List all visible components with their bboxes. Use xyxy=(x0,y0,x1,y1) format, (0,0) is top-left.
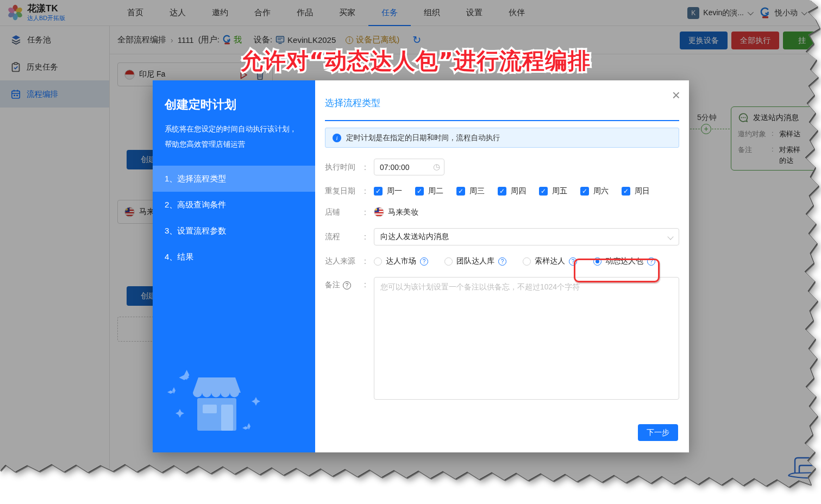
radio-unselected-icon[interactable] xyxy=(374,257,382,266)
radio-unselected-icon[interactable] xyxy=(444,257,453,266)
day-label: 周四 xyxy=(511,186,526,196)
repeat-days-row: 重复日期 : 周一 周二 周三 周四 周五 周六 周日 xyxy=(325,186,679,196)
info-icon xyxy=(333,134,341,142)
remark-label-wrap: 备注 xyxy=(325,277,364,290)
checkbox-checked-icon[interactable] xyxy=(374,187,383,196)
day-monday[interactable]: 周一 xyxy=(374,186,402,196)
panel-title: 选择流程类型 xyxy=(325,80,679,121)
checkbox-checked-icon[interactable] xyxy=(415,187,424,196)
checkbox-checked-icon[interactable] xyxy=(456,187,465,196)
day-label: 周五 xyxy=(552,186,567,196)
step-result[interactable]: 4、结果 xyxy=(153,244,315,270)
info-banner: 定时计划是在指定的日期和时间，流程自动执行 xyxy=(325,128,679,148)
day-wednesday[interactable]: 周三 xyxy=(456,186,485,196)
close-icon[interactable] xyxy=(672,88,680,102)
help-icon[interactable] xyxy=(498,257,506,266)
desc-line1: 系统将在您设定的时间自动执行该计划， xyxy=(165,125,297,133)
shop-row: 店铺 : xyxy=(325,207,679,217)
day-label: 周三 xyxy=(469,186,485,196)
source-creator-market[interactable]: 达人市场 xyxy=(374,256,428,266)
step-flow-params[interactable]: 3、设置流程参数 xyxy=(153,218,315,244)
day-checkbox-group: 周一 周二 周三 周四 周五 周六 周日 xyxy=(374,186,650,196)
source-option-label: 团队达人库 xyxy=(456,256,494,266)
help-icon[interactable] xyxy=(647,257,655,266)
source-label: 达人来源 xyxy=(325,256,364,266)
shop-name: 马来美妆 xyxy=(388,207,418,217)
exec-time-label: 执行时间 xyxy=(325,162,364,172)
source-sample-creators[interactable]: 索样达人 xyxy=(523,256,577,266)
help-icon[interactable] xyxy=(569,257,577,266)
desc-line2: 帮助您高效管理店铺运营 xyxy=(165,140,246,148)
flow-row: 流程 : 向达人发送站内消息 xyxy=(325,228,679,245)
flow-select-value: 向达人发送站内消息 xyxy=(380,232,449,242)
checkbox-checked-icon[interactable] xyxy=(580,187,589,196)
create-schedule-modal: 创建定时计划 系统将在您设定的时间自动执行该计划， 帮助您高效管理店铺运营 1、… xyxy=(153,80,689,452)
radio-unselected-icon[interactable] xyxy=(523,257,531,266)
info-text: 定时计划是在指定的日期和时间，流程自动执行 xyxy=(346,133,500,143)
shop-label: 店铺 xyxy=(325,207,364,217)
chevron-down-icon xyxy=(667,234,673,240)
source-option-label: 索样达人 xyxy=(535,256,565,266)
checkbox-checked-icon[interactable] xyxy=(539,187,548,196)
day-tuesday[interactable]: 周二 xyxy=(415,186,443,196)
day-label: 周日 xyxy=(635,186,650,196)
app-window: 花漾TK 达人BD开拓版 首页 达人 邀约 合作 作品 买家 任务 组织 设置 … xyxy=(0,0,821,504)
remark-row: 备注 : xyxy=(325,277,679,400)
wizard-steps: 1、选择流程类型 2、高级查询条件 3、设置流程参数 4、结果 xyxy=(153,166,315,270)
modal-description: 系统将在您设定的时间自动执行该计划， 帮助您高效管理店铺运营 xyxy=(153,113,315,152)
remark-label: 备注 xyxy=(325,280,340,290)
day-label: 周六 xyxy=(593,186,609,196)
source-team-library[interactable]: 团队达人库 xyxy=(444,256,506,266)
storefront-illustration xyxy=(162,359,271,446)
help-icon[interactable] xyxy=(343,281,351,289)
modal-right-panel: 选择流程类型 定时计划是在指定的日期和时间，流程自动执行 执行时间 : 重复日期… xyxy=(315,80,689,452)
day-friday[interactable]: 周五 xyxy=(539,186,567,196)
day-label: 周二 xyxy=(428,186,443,196)
torn-screenshot: 花漾TK 达人BD开拓版 首页 达人 邀约 合作 作品 买家 任务 组织 设置 … xyxy=(0,0,821,504)
help-icon[interactable] xyxy=(420,257,428,266)
checkbox-checked-icon[interactable] xyxy=(498,187,506,196)
source-option-label: 动态达人包 xyxy=(605,256,643,266)
source-option-label: 达人市场 xyxy=(386,256,416,266)
flow-select[interactable]: 向达人发送站内消息 xyxy=(374,228,679,245)
clock-icon xyxy=(433,162,440,172)
next-step-button[interactable]: 下一步 xyxy=(638,424,678,441)
source-radio-group: 达人市场 团队达人库 索样达人 动态达人 xyxy=(374,256,655,266)
modal-left-panel: 创建定时计划 系统将在您设定的时间自动执行该计划， 帮助您高效管理店铺运营 1、… xyxy=(153,80,315,452)
remark-textarea[interactable] xyxy=(374,277,679,400)
source-dynamic-creator-pack[interactable]: 动态达人包 xyxy=(593,256,655,266)
malaysia-flag-icon xyxy=(374,207,384,217)
day-sunday[interactable]: 周日 xyxy=(622,186,650,196)
day-thursday[interactable]: 周四 xyxy=(498,186,526,196)
creator-source-row: 达人来源 : 达人市场 团队达人库 索样达人 xyxy=(325,256,679,266)
step-advanced-query[interactable]: 2、高级查询条件 xyxy=(153,192,315,218)
modal-title: 创建定时计划 xyxy=(153,80,315,113)
exec-time-row: 执行时间 : xyxy=(325,159,679,175)
day-saturday[interactable]: 周六 xyxy=(580,186,609,196)
repeat-label: 重复日期 xyxy=(325,186,364,196)
day-label: 周一 xyxy=(387,186,402,196)
radio-selected-icon[interactable] xyxy=(593,257,601,266)
checkbox-checked-icon[interactable] xyxy=(622,187,630,196)
step-select-flow-type[interactable]: 1、选择流程类型 xyxy=(153,166,315,192)
flow-label: 流程 xyxy=(325,232,364,242)
